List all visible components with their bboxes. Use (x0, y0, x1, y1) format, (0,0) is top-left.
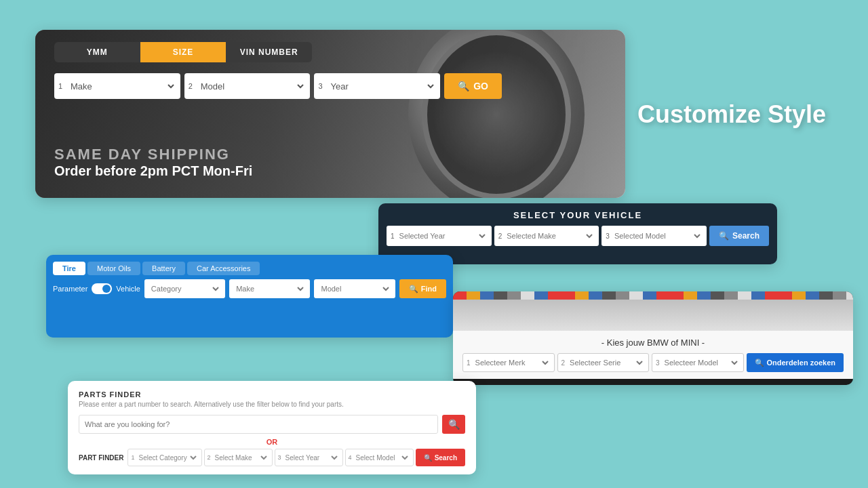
search-icon-card3: 🔍 (409, 285, 418, 293)
year-pf[interactable]: Select Year (283, 453, 340, 462)
card-parts-finder: PARTS FINDER Please enter a part number … (68, 381, 476, 474)
make-select-group: 1 Make (54, 73, 180, 99)
shipping-text: SAME DAY SHIPPING Order before 2pm PCT M… (54, 146, 252, 179)
card-ymm-search: YMM SIZE VIN NUMBER 1 Make 2 Model 3 Yea… (35, 30, 625, 198)
model-select3[interactable]: Model (318, 284, 391, 293)
category-pf[interactable]: Select Category (136, 453, 199, 462)
year-select[interactable]: Year (328, 81, 436, 92)
zoek-label: Onderdelen zoeken (767, 359, 835, 367)
parts-search-icon-btn[interactable]: 🔍 (442, 415, 465, 434)
part-finder-label: PART FINDER (79, 454, 123, 462)
card2-selects: 1 Selected Year 2 Selected Make 3 Select… (378, 226, 777, 246)
year-pf-sel: 3 Select Year (275, 449, 343, 466)
tab3-accessories[interactable]: Car Accessories (187, 262, 260, 275)
search-button-card2[interactable]: 🔍 Search (709, 226, 769, 246)
bmw-white-section: - Kies jouw BMW of MINI - 1 Selecteer Me… (453, 331, 853, 379)
zoek-button[interactable]: 🔍 Onderdelen zoeken (747, 353, 844, 372)
sel4-num3: 3 (656, 359, 660, 367)
make-pf[interactable]: Select Make (212, 453, 269, 462)
bmw-title: - Kies jouw BMW of MINI - (462, 338, 844, 348)
search-icon-pf: 🔍 (424, 454, 432, 462)
serie-select4[interactable]: Selecteer Serie (567, 358, 645, 367)
search-icon-card4: 🔍 (755, 359, 764, 367)
sel4-num2: 2 (561, 359, 566, 367)
customize-style-label: Customize Style (637, 100, 826, 129)
category-pf-sel: 1 Select Category (127, 449, 201, 466)
search-label-card2: Search (732, 231, 760, 241)
find-button[interactable]: 🔍 Find (399, 279, 446, 298)
year-sel2-group: 1 Selected Year (387, 226, 492, 246)
vehicle-selects-row1: 1 Make 2 Model 3 Year 🔍 GO (54, 73, 502, 99)
model-pf-sel: 4 Select Model (345, 449, 414, 466)
make-sel3: Make (229, 279, 310, 298)
tab-vin[interactable]: VIN NUMBER (226, 42, 312, 62)
card2-title: SELECT YOUR VEHICLE (378, 203, 777, 226)
card4-selects-row: 1 Selecteer Merk 2 Selecteer Serie 3 Sel… (462, 353, 844, 372)
select3-num: 3 (318, 82, 325, 90)
model-select-group: 2 Model (184, 73, 311, 99)
pf-search-button[interactable]: 🔍 Search (416, 449, 465, 466)
model-sel3: Model (314, 279, 395, 298)
year-select-group: 3 Year (314, 73, 440, 99)
category-select3[interactable]: Category (149, 284, 221, 293)
model-sel2[interactable]: Selected Model (612, 231, 703, 241)
make-select[interactable]: Make (68, 81, 176, 92)
year-sel2[interactable]: Selected Year (397, 231, 488, 241)
search-icon-card2: 🔍 (719, 231, 729, 241)
sel2-num3: 3 (606, 232, 610, 240)
tab3-battery[interactable]: Battery (142, 262, 185, 275)
pf-num1: 1 (131, 454, 134, 461)
category-sel3: Category (144, 279, 225, 298)
model-sel4: 3 Selecteer Model (652, 353, 744, 372)
bmw-stripe (453, 291, 853, 300)
card-tire-parameter: Tire Motor Oils Battery Car Accessories … (46, 255, 453, 338)
make-sel2-group: 2 Selected Make (494, 226, 599, 246)
go-button[interactable]: 🔍 GO (444, 73, 502, 99)
sel2-num2: 2 (498, 232, 502, 240)
card3-selects-row: Parameter Vehicle Category Make Model 🔍 … (46, 279, 453, 298)
pf-num2: 2 (208, 454, 211, 461)
parts-search-row: 🔍 (79, 415, 465, 434)
search-icon-card5: 🔍 (448, 419, 460, 430)
sel2-num1: 1 (391, 232, 395, 240)
card-bmw-mini: - Kies jouw BMW of MINI - 1 Selecteer Me… (453, 291, 853, 385)
tab-ymm[interactable]: YMM (54, 42, 140, 62)
go-label: GO (473, 81, 488, 92)
pf-num3: 3 (278, 454, 281, 461)
model-select[interactable]: Model (198, 81, 307, 92)
parts-finder-title: PARTS FINDER (79, 390, 465, 399)
serie-sel4: 2 Selecteer Serie (557, 353, 650, 372)
tab3-tire[interactable]: Tire (53, 262, 85, 275)
shipping-line1: SAME DAY SHIPPING (54, 146, 252, 163)
bmw-gray-section (453, 300, 853, 331)
model-pf[interactable]: Select Model (353, 453, 410, 462)
vehicle-label: Vehicle (116, 285, 140, 293)
model-select4[interactable]: Selecteer Model (662, 358, 740, 367)
tab-row-card1: YMM SIZE VIN NUMBER (54, 42, 312, 62)
parts-finder-desc: Please enter a part number to search. Al… (79, 401, 465, 408)
make-pf-sel: 2 Select Make (204, 449, 273, 466)
select1-num: 1 (58, 82, 65, 90)
param-label: Parameter (53, 285, 87, 293)
or-divider: OR (79, 438, 465, 446)
parts-finder-inner: PARTS FINDER Please enter a part number … (68, 381, 476, 474)
select2-num: 2 (189, 82, 195, 90)
merk-sel4: 1 Selecteer Merk (462, 353, 555, 372)
pf-num4: 4 (349, 454, 352, 461)
find-label: Find (421, 285, 437, 293)
pf-search-label: Search (435, 454, 457, 462)
part-finder-row2: PART FINDER 1 Select Category 2 Select M… (79, 449, 465, 466)
model-sel2-group: 3 Selected Model (601, 226, 707, 246)
parts-search-input[interactable] (79, 415, 438, 434)
shipping-line2: Order before 2pm PCT Mon-Fri (54, 163, 252, 179)
param-toggle[interactable] (92, 283, 112, 294)
tab3-motoroils[interactable]: Motor Oils (87, 262, 140, 275)
tab-size[interactable]: SIZE (140, 42, 226, 62)
merk-select4[interactable]: Selecteer Merk (473, 358, 551, 367)
search-icon: 🔍 (458, 81, 469, 92)
card3-tabs: Tire Motor Oils Battery Car Accessories (46, 255, 453, 279)
sel4-num1: 1 (467, 359, 471, 367)
make-sel2[interactable]: Selected Make (504, 231, 595, 241)
make-select3[interactable]: Make (233, 284, 306, 293)
